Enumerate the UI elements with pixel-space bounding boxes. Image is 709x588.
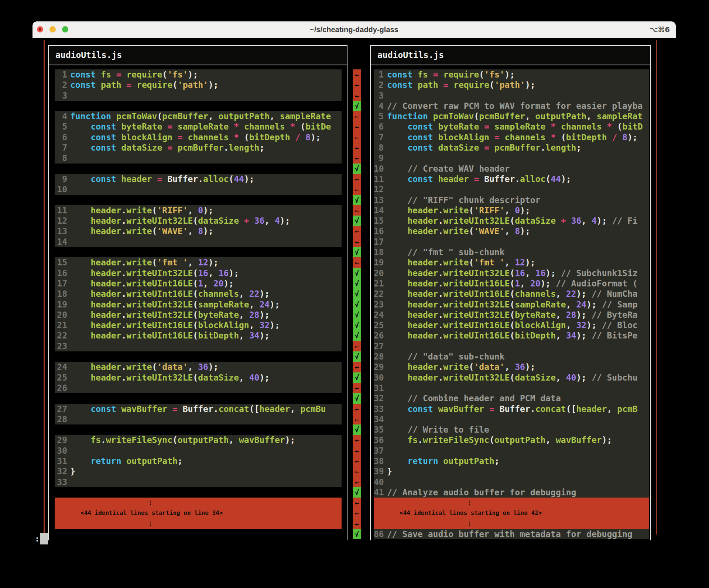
line-number: 25 <box>374 320 384 330</box>
window-titlebar[interactable]: ~/s/cheating-daddy-glass ⌥⌘6 <box>32 21 676 38</box>
line-number: 11 <box>374 174 384 184</box>
pager-prompt[interactable]: : <box>35 533 48 544</box>
code-line: 35 // Write to file <box>371 424 650 435</box>
line-number: 2 <box>374 80 384 90</box>
gutter-check-marker: √ <box>353 247 361 257</box>
code-text: const byteRate = sampleRate * channels *… <box>70 121 342 132</box>
gutter-arrow-marker: ← <box>353 508 361 518</box>
gutter-arrow-marker: ← <box>353 69 361 80</box>
line-number: 14 <box>55 237 67 247</box>
code-line: 30 header.writeUInt32LE(dataSize, 40); /… <box>371 372 650 383</box>
gutter-check-marker: √ <box>353 299 361 310</box>
gutter-arrow-marker: ← <box>353 153 361 163</box>
line-number: 15 <box>55 257 67 268</box>
line-number: 39 <box>374 466 384 477</box>
gutter-arrow-marker: ← <box>353 383 361 393</box>
terminal-content[interactable]: audioUtils.js 1const fs = require('fs');… <box>32 38 676 546</box>
code-text: header.write('RIFF', 0); <box>70 205 342 216</box>
code-text: header.write('RIFF', 0); <box>387 205 649 216</box>
line-number: 20 <box>374 268 384 278</box>
code-text <box>387 184 649 195</box>
gutter-check-marker: √ <box>353 351 361 362</box>
code-text: header.writeUInt32LE(sampleRate, 24); <box>70 299 342 310</box>
code-text: // Convert raw PCM to WAV format for eas… <box>387 101 649 111</box>
code-line: ⋮ <box>49 519 347 529</box>
gutter-arrow-marker: ← <box>353 498 361 508</box>
line-number: 8 <box>374 142 384 153</box>
code-line: 3 <box>49 90 347 101</box>
gutter-check-marker: √ <box>353 320 361 330</box>
code-line: ⋮ <box>371 498 650 508</box>
line-number: 32 <box>374 393 384 403</box>
code-text <box>387 446 649 456</box>
line-number: 15 <box>374 216 384 226</box>
line-number: 16 <box>374 226 384 236</box>
line-number: 34 <box>374 414 384 424</box>
code-text: // Save audio buffer with metadata for d… <box>387 529 649 539</box>
code-line: 21 header.writeUInt16LE(blockAlign, 32); <box>49 320 347 330</box>
gutter-check-marker: √ <box>353 164 361 174</box>
code-line: 12 header.writeUInt32LE(dataSize + 36, 4… <box>49 216 347 226</box>
code-text: fs.writeFileSync(outputPath, wavBuffer); <box>387 435 649 445</box>
code-line: 17 <box>371 237 650 247</box>
line-number: 24 <box>374 310 384 320</box>
line-number: 13 <box>55 226 67 236</box>
line-number: 10 <box>374 164 384 174</box>
code-text <box>387 414 649 424</box>
line-number: 22 <box>55 330 67 341</box>
line-number: 41 <box>374 487 384 498</box>
identical-lines-banner: ⋮ <box>55 519 342 529</box>
code-line: 22 header.writeUInt16LE(channels, 22); /… <box>371 289 650 299</box>
code-line: 32 // Combine header and PCM data <box>371 393 650 403</box>
gutter-check-marker: √ <box>353 393 361 403</box>
code-text <box>70 153 342 163</box>
code-line <box>49 247 347 257</box>
code-line: 24 header.write('data', 36); <box>49 362 347 372</box>
code-line <box>49 164 347 174</box>
line-number: 11 <box>55 205 67 216</box>
code-text: header.writeUInt32LE(dataSize + 36, 4); <box>70 216 342 226</box>
code-line: 39} <box>371 466 650 477</box>
code-text: const fs = require('fs'); <box>70 69 342 80</box>
line-number: 6 <box>55 132 67 142</box>
code-text: // Write to file <box>387 424 649 435</box>
line-number: 8 <box>55 153 67 163</box>
code-text: header.write('WAVE', 8); <box>387 226 649 236</box>
code-text <box>387 341 649 351</box>
code-line: 1const fs = require('fs'); <box>371 69 650 80</box>
code-text: header.writeUInt16LE(blockAlign, 32); <box>70 320 342 330</box>
code-text: const byteRate = sampleRate * channels *… <box>387 121 649 132</box>
line-number: 17 <box>374 237 384 247</box>
line-number: 36 <box>374 435 384 445</box>
gutter-check-marker: √ <box>353 487 361 498</box>
line-number: 23 <box>374 299 384 310</box>
gutter-arrow-marker: ← <box>353 205 361 216</box>
code-text: header.writeUInt32LE(16, 16); // Subchun… <box>387 268 649 278</box>
code-line: 36 fs.writeFileSync(outputPath, wavBuffe… <box>371 435 650 445</box>
gutter-arrow-marker: ← <box>353 142 361 153</box>
line-number: 1 <box>55 69 67 80</box>
code-line: 11 const header = Buffer.alloc(44); <box>371 174 650 184</box>
gutter-check-marker: √ <box>353 372 361 383</box>
gutter-check-marker: √ <box>353 289 361 299</box>
gutter-arrow-marker: ← <box>353 121 361 132</box>
line-number: 25 <box>55 372 67 383</box>
gutter-arrow-marker: ← <box>353 226 361 236</box>
line-number: 27 <box>55 404 67 414</box>
code-text: const path = require('path'); <box>70 80 342 90</box>
line-number: 31 <box>55 456 67 466</box>
line-number: 33 <box>55 477 67 487</box>
code-text: header.writeUInt32LE(dataSize + 36, 4); … <box>387 216 649 226</box>
line-number: 33 <box>374 404 384 414</box>
code-line: 23 header.writeUInt32LE(sampleRate, 24);… <box>371 299 650 310</box>
code-text <box>387 90 649 101</box>
line-number: 18 <box>374 247 384 257</box>
code-line: ⋮ <box>49 498 347 508</box>
code-line: 1const fs = require('fs'); <box>49 69 347 80</box>
code-text: header.write('data', 36); <box>387 362 649 372</box>
code-line: 28 <box>49 414 347 424</box>
code-text <box>70 477 342 487</box>
line-number: 26 <box>374 330 384 341</box>
gutter-check-marker: √ <box>353 216 361 226</box>
code-line: 38 return outputPath; <box>371 456 650 466</box>
